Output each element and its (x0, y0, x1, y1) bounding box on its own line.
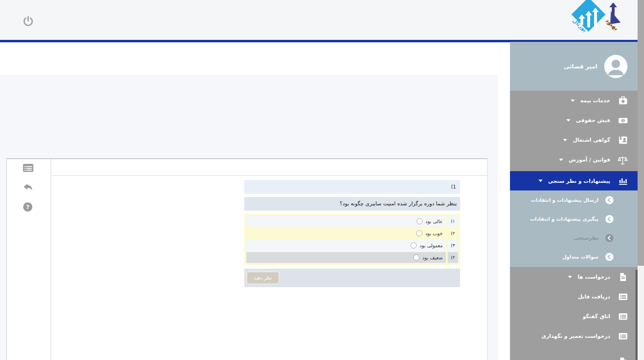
sidebar-item-insurance-services[interactable]: خدمات بیمه (510, 91, 638, 110)
sidebar-item-employment-certificate[interactable]: گواهی اشتغال (510, 130, 638, 150)
svg-text:1: 1 (622, 119, 624, 122)
scales-icon (618, 155, 628, 165)
money-icon: 1 (618, 116, 628, 125)
chevron-down-icon (559, 159, 563, 161)
question-number: 1) (451, 184, 456, 190)
sidebar-item-chat-room[interactable]: اتاق گفتگو (510, 306, 638, 326)
option-row: ۱) عالی بود (246, 216, 458, 227)
submenu-item-followup-suggestions[interactable]: پیگیری پیشنهادات و انتقادات (510, 209, 638, 228)
power-icon[interactable] (22, 15, 34, 27)
bar-chart-icon (618, 176, 628, 186)
document-icon (618, 357, 628, 360)
sidebar-item-download-file[interactable]: دریافت فایل (510, 287, 638, 306)
list-icon (618, 331, 628, 341)
radio-option-3[interactable] (411, 242, 417, 248)
option-number: ۴) (448, 252, 458, 263)
form-list-icon[interactable] (23, 162, 34, 174)
content-background: ? 1) بنظر شما دوره برگزار شده امنیت سایب… (0, 74, 498, 360)
list-icon (618, 312, 628, 321)
sidebar-item-label: خدمات بیمه (580, 97, 610, 103)
option-label: خوب بود (425, 231, 443, 236)
sidebar-item-label: گواهی اشتغال (573, 137, 610, 143)
page-scrollbar-track[interactable] (638, 0, 644, 360)
chevron-circle-left-icon (605, 234, 614, 242)
sidebar-item-requests[interactable]: درخواست ها (510, 267, 638, 287)
question-number-row: 1) (244, 180, 460, 194)
option-label: عالی بود (425, 219, 443, 224)
sidebar-item-label: قوانین / آموزش (569, 157, 610, 163)
help-icon[interactable]: ? (23, 202, 34, 213)
submit-vote-button[interactable]: نظر دهید (246, 271, 279, 284)
user-profile: امیر قضائی (510, 42, 638, 91)
option-row: ۲) خوب بود (246, 228, 458, 239)
option-label: ضعیف بود (422, 255, 443, 261)
option-label-cell[interactable]: ضعیف بود (246, 252, 446, 263)
sidebar-item-label: دریافت فایل (578, 294, 610, 300)
list-icon (618, 292, 628, 302)
sidebar-item-label: پیشنهادات و نظر سنجی (548, 178, 610, 184)
options-container: ۱) عالی بود ۲) خوب بود ۳) م (244, 214, 460, 265)
sidebar-item-suggestions-survey[interactable]: پیشنهادات و نظر سنجی (510, 171, 638, 190)
card-toolbar: ? (7, 159, 51, 360)
submit-row: نظر دهید (244, 269, 460, 287)
medkit-icon (618, 96, 628, 106)
suggestions-submenu: ارسال پیشنهادات و انتقادات پیگیری پیشنها… (510, 190, 638, 267)
question-text: بنظر شما دوره برگزار شده امنیت سایبری چگ… (340, 201, 457, 207)
option-row: ۳) معمولی بود (246, 240, 458, 251)
document-icon (618, 272, 628, 282)
chevron-down-icon (563, 139, 567, 141)
chevron-down-icon (571, 99, 575, 102)
chevron-down-icon (566, 119, 570, 122)
sidebar-item-laws-training[interactable]: قوانین / آموزش (510, 150, 638, 170)
chevron-circle-left-icon (605, 196, 614, 205)
survey-card: ? 1) بنظر شما دوره برگزار شده امنیت سایب… (6, 158, 487, 360)
chevron-circle-left-icon (605, 252, 614, 261)
sidebar-item-maintenance-request[interactable]: درخواست تعمیر و نگهداری (510, 326, 638, 346)
card-header-strip (52, 159, 487, 176)
option-number: ۱) (448, 216, 458, 227)
option-label: معمولی بود (419, 243, 443, 248)
submenu-item-faq[interactable]: سوالات متداول (510, 247, 638, 266)
submenu-item-label: نظرسنجی (574, 235, 599, 241)
submenu-item-label: ارسال پیشنهادات و انتقادات (531, 197, 599, 203)
sidebar: امیر قضائی خدمات بیمه 1 فیش حقوقی گواهی … (510, 42, 638, 360)
svg-text:?: ? (26, 203, 29, 210)
avatar (604, 55, 627, 78)
option-row: ۴) ضعیف بود (246, 252, 458, 263)
page-scrollbar-thumb[interactable] (638, 0, 644, 266)
option-label-cell[interactable]: عالی بود (246, 216, 446, 227)
sidebar-item-label: فیش حقوقی (576, 117, 610, 123)
sidebar-item-label: درخواست ها (578, 274, 610, 280)
option-number: ۲) (448, 228, 458, 239)
question-row: بنظر شما دوره برگزار شده امنیت سایبری چگ… (244, 197, 460, 211)
undo-arrow-icon[interactable] (23, 182, 34, 193)
submenu-item-label: پیگیری پیشنهادات و انتقادات (530, 216, 599, 222)
sidebar-item-label: اتاق گفتگو (583, 313, 610, 319)
submenu-item-survey[interactable]: نظرسنجی (510, 228, 638, 247)
id-card-icon (618, 135, 628, 145)
top-header: پورتال بهبود (0, 0, 644, 40)
radio-option-1[interactable] (417, 218, 423, 224)
chevron-circle-left-icon (605, 215, 614, 223)
radio-option-4[interactable] (413, 254, 419, 261)
sidebar-item-partial[interactable] (510, 352, 638, 360)
sidebar-item-label: درخواست تعمیر و نگهداری (541, 333, 610, 339)
radio-option-2[interactable] (416, 230, 422, 236)
behboud-portal-logo: پورتال بهبود (567, 0, 627, 40)
user-name: امیر قضائی (564, 63, 597, 70)
chevron-down-icon (539, 180, 543, 182)
option-label-cell[interactable]: خوب بود (246, 228, 446, 239)
page: پورتال بهبود پیشنهادات پیگیری پیشنهاد و … (0, 0, 644, 360)
sidebar-item-payslip[interactable]: 1 فیش حقوقی (510, 110, 638, 130)
submenu-item-label: سوالات متداول (562, 254, 599, 260)
option-number: ۳) (448, 240, 458, 251)
breadcrumb-band: پیشنهادات پیگیری پیشنهاد و انتقاد لیست (0, 42, 498, 74)
option-label-cell[interactable]: معمولی بود (246, 240, 446, 251)
submenu-item-send-suggestions[interactable]: ارسال پیشنهادات و انتقادات (510, 190, 638, 209)
chevron-down-icon (568, 276, 572, 278)
